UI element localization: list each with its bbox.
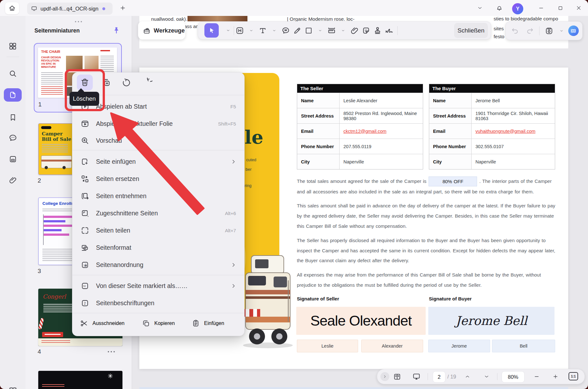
close-window-button[interactable] [573, 3, 584, 13]
rail-bookmarks-button[interactable] [8, 112, 18, 122]
buyer-firstname-field[interactable]: Jerome [428, 340, 490, 352]
paste-button[interactable]: Einfügen [192, 315, 224, 332]
decor [100, 50, 110, 51]
next-page-button[interactable] [482, 372, 491, 381]
thumbnail-4-more-button[interactable] [108, 351, 115, 352]
page-layout-button[interactable] [392, 372, 402, 381]
menu-separator [72, 313, 244, 313]
redo-button[interactable] [524, 24, 536, 38]
decor [44, 216, 73, 218]
zoom-out-button[interactable] [532, 372, 541, 381]
buyer-lastname-field[interactable]: Bell [492, 340, 555, 352]
rail-comments-button[interactable] [8, 133, 18, 142]
panel-drag-handle[interactable] [75, 21, 82, 22]
email-link[interactable]: ckctm12@gmail.com [343, 129, 386, 134]
zoom-in-button[interactable] [551, 372, 560, 381]
measure-tool[interactable] [326, 23, 337, 38]
doc-fragment: sties to biodegradable compo [494, 16, 558, 22]
decor [41, 155, 72, 168]
menu-item-page-arrangement[interactable]: 1 Seitenanordnung [72, 256, 244, 273]
presentation-button[interactable] [412, 372, 421, 381]
maximize-button[interactable] [555, 3, 566, 13]
save-dropdown[interactable] [558, 24, 565, 38]
rail-reader-button[interactable] [8, 385, 18, 389]
ai-assistant-button[interactable] [568, 25, 579, 36]
new-tab-button[interactable] [117, 3, 128, 13]
user-avatar[interactable]: Y [512, 3, 523, 14]
candy-cane-decor [38, 318, 44, 329]
search-icon [8, 69, 17, 78]
seller-firstname-field[interactable]: Leslie [297, 340, 358, 352]
signature-buyer-label: Signature of Buyer [429, 296, 472, 301]
highlighter-tool[interactable] [291, 23, 303, 38]
decor [45, 166, 48, 169]
comment-tool[interactable] [280, 23, 291, 38]
camper-van-illustration [242, 251, 294, 356]
marked-as-icon: IV [80, 281, 90, 291]
tools-button[interactable]: Werkzeuge [138, 21, 185, 40]
text-dropdown[interactable] [268, 23, 280, 38]
actual-size-button[interactable]: 1:1 [569, 372, 578, 380]
rail-apps-button[interactable] [8, 41, 18, 51]
minimize-button[interactable] [536, 3, 547, 13]
table-row: Street Address8502 Preston Rd. Inglewood… [297, 108, 423, 123]
menu-item-page-format[interactable]: Seitenformat [72, 239, 244, 256]
buyer-signature-field[interactable]: Jerome Bell [428, 307, 555, 335]
rail-thumbnails-button-active[interactable] [4, 88, 22, 102]
previous-page-button[interactable] [463, 372, 472, 381]
cursor-tool-selected[interactable] [204, 23, 219, 38]
signature-tool[interactable] [383, 23, 395, 38]
select-tool-dropdown[interactable] [222, 23, 234, 38]
seller-lastname-field[interactable]: Alexander [361, 340, 423, 352]
seller-signature-field[interactable]: Seale Olexandet [296, 307, 426, 335]
decor [38, 338, 122, 346]
toolbox-icon [143, 26, 151, 35]
email-link[interactable]: vuhaithuongnute@gmail.com [475, 129, 535, 134]
rotate-right-button[interactable] [143, 78, 152, 87]
rail-search-button[interactable] [8, 69, 18, 78]
expand-bar-button[interactable] [380, 372, 389, 381]
document-tab[interactable]: updf-all-fi...q4_OCR-sign [27, 3, 113, 15]
heading-tool[interactable] [234, 23, 246, 38]
thumbnail-5[interactable] [38, 371, 122, 389]
contract-paragraphs: The total sales amount agreed for the sa… [297, 176, 559, 294]
titlebar-dropdown[interactable] [474, 3, 485, 13]
toolbar-divider [539, 26, 540, 35]
plus-icon [553, 374, 558, 379]
save-button[interactable] [543, 24, 555, 38]
table-row: Phone Number302.555.0107 [429, 139, 555, 154]
paperclip-icon [9, 176, 17, 184]
heading-dropdown[interactable] [246, 23, 257, 38]
notifications-button[interactable] [494, 3, 505, 13]
undo-button[interactable] [509, 24, 521, 38]
menu-item-marked-as[interactable]: IV Von dieser Seite markiert als…… [72, 277, 244, 294]
rail-paperclip-button[interactable] [8, 175, 18, 185]
zoom-plus-icon [80, 136, 90, 145]
pin-panel-button[interactable] [112, 26, 121, 34]
decor [42, 209, 74, 212]
copy-button[interactable]: Kopieren [142, 315, 175, 332]
menu-item-split-pages[interactable]: Seiten teilenAlt+7 [72, 222, 244, 239]
discount-form-field[interactable]: 80% OFF [429, 176, 477, 186]
table-row: CityNaperville [297, 154, 423, 169]
stamp-tool[interactable] [372, 23, 383, 38]
pin-icon [112, 26, 121, 34]
chevron-down-icon [484, 374, 489, 379]
chevron-down-icon [477, 5, 483, 11]
cut-button[interactable]: Ausschneiden [80, 315, 125, 332]
text-tool[interactable] [257, 23, 268, 38]
shape-tool[interactable] [303, 23, 314, 38]
shape-dropdown[interactable] [314, 23, 326, 38]
close-editor-button[interactable]: Schließen [454, 23, 488, 38]
home-button[interactable] [5, 2, 19, 14]
decor [42, 144, 68, 152]
measure-dropdown[interactable] [337, 23, 349, 38]
page-number-input[interactable]: 2 [433, 371, 445, 383]
split-pages-icon [80, 226, 90, 235]
sticker-tool[interactable] [360, 23, 372, 38]
attachment-tool[interactable] [349, 23, 360, 38]
rotate-left-button[interactable] [121, 78, 131, 87]
zoom-level-input[interactable]: 80% [502, 371, 525, 383]
rail-attachments-button[interactable] [8, 154, 18, 164]
menu-item-page-labels[interactable]: 2 Seitenbeschriftungen [72, 294, 244, 312]
